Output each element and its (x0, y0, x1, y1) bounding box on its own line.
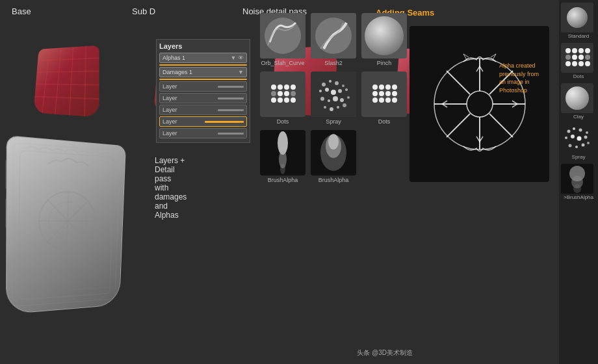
subd-label: Sub D (132, 6, 155, 16)
svg-point-44 (328, 99, 330, 102)
svg-point-47 (347, 96, 350, 99)
svg-line-4 (36, 84, 99, 84)
svg-line-7 (55, 47, 60, 114)
svg-point-72 (573, 127, 575, 130)
alpha-section: Alpha created previously from an image i… (410, 26, 549, 182)
panel-brushalpha[interactable]: >BrushAlpha (561, 164, 596, 200)
svg-point-80 (575, 146, 578, 148)
main-area: Base Sub D Noise detail pass Adding Seam… (0, 0, 559, 364)
large-shield-model (8, 143, 138, 325)
svg-point-34 (322, 83, 326, 86)
brush-orb-slah[interactable]: Orb_Slah_Curve (260, 13, 306, 66)
svg-point-79 (569, 144, 572, 148)
svg-line-8 (69, 47, 73, 115)
svg-point-81 (582, 144, 585, 147)
svg-point-49 (330, 107, 333, 111)
svg-point-38 (319, 90, 322, 92)
svg-point-74 (586, 131, 588, 134)
brush-pinch[interactable]: Pinch (361, 13, 407, 66)
brush-slash2[interactable]: Slash2 (311, 13, 356, 66)
panel-clay-label: Clay (561, 114, 596, 120)
panel-dots[interactable]: Dots (561, 43, 596, 79)
svg-point-51 (343, 103, 346, 107)
layer-1[interactable]: Layer (159, 81, 247, 92)
layer-alphas1[interactable]: Alphas 1 ▼ 👁 (159, 53, 247, 63)
brush-alpha2-label: BrushAlpha (311, 177, 356, 183)
svg-point-59 (328, 134, 339, 150)
svg-line-26 (39, 221, 95, 222)
svg-point-35 (329, 80, 332, 83)
svg-point-50 (337, 106, 339, 109)
svg-point-37 (342, 84, 344, 87)
svg-line-6 (42, 48, 49, 113)
svg-rect-19 (12, 142, 121, 306)
layer-4[interactable]: Layer (159, 116, 247, 127)
svg-point-41 (338, 89, 342, 93)
brush-alpha1[interactable]: BrushAlpha (260, 130, 306, 183)
brush-spray[interactable]: Spray (311, 72, 356, 125)
svg-line-21 (20, 287, 109, 293)
svg-point-36 (335, 81, 339, 85)
panel-spray-label: Spray (561, 154, 596, 160)
layer-damages1[interactable]: Damages 1 ▼ (159, 67, 247, 77)
svg-line-3 (36, 71, 99, 72)
brush-pinch-label: Pinch (361, 60, 407, 66)
watermark: 头条 @3D美术制造 (357, 348, 413, 358)
brush-orb-label: Orb_Slah_Curve (260, 60, 306, 66)
right-panel: Standard Dots Clay (559, 0, 598, 364)
layers-title: Layers (159, 42, 247, 50)
panel-standard[interactable]: Standard (561, 3, 596, 39)
svg-line-69 (447, 114, 470, 137)
svg-point-77 (577, 136, 582, 141)
brush-alpha1-label: BrushAlpha (260, 177, 306, 183)
svg-line-66 (447, 71, 470, 94)
brush-dots-1[interactable]: Dots (260, 72, 306, 125)
panel-standard-label: Standard (561, 33, 596, 39)
brush-spray-label: Spray (311, 118, 356, 125)
brush-slash2-label: Slash2 (311, 60, 356, 66)
svg-point-86 (573, 184, 581, 193)
svg-point-43 (320, 97, 324, 101)
svg-point-55 (280, 164, 285, 174)
svg-point-82 (587, 142, 590, 144)
svg-point-78 (584, 136, 588, 139)
layer-2[interactable]: Layer (159, 93, 247, 103)
svg-line-2 (38, 58, 99, 60)
brush-alpha2[interactable]: BrushAlpha (311, 130, 356, 183)
svg-point-76 (571, 135, 575, 138)
brush-dots1-label: Dots (260, 118, 306, 125)
brush-dots-2[interactable]: Dots (361, 72, 407, 125)
svg-point-39 (325, 88, 329, 92)
base-label: Base (12, 6, 31, 16)
svg-point-71 (567, 130, 571, 133)
layers-panel: Layers Alphas 1 ▼ 👁 Damages 1 ▼ Layer La… (156, 39, 250, 143)
svg-point-75 (565, 136, 567, 139)
svg-point-42 (345, 88, 348, 91)
base-model (12, 27, 119, 128)
layer-3[interactable]: Layer (159, 105, 247, 115)
svg-point-46 (340, 98, 344, 102)
svg-point-73 (579, 129, 582, 132)
panel-dots-label: Dots (561, 73, 596, 79)
panel-brushalpha-label: >BrushAlpha (561, 194, 596, 200)
svg-line-9 (84, 46, 86, 116)
alpha-created-text: Alpha created previously from an image i… (499, 62, 546, 94)
svg-point-40 (331, 90, 336, 95)
svg-point-48 (324, 106, 326, 109)
svg-point-61 (467, 91, 493, 117)
svg-line-67 (489, 114, 513, 137)
svg-point-45 (333, 96, 338, 101)
brush-dots2-label: Dots (361, 118, 407, 125)
svg-rect-20 (19, 150, 114, 300)
panel-spray[interactable]: Spray (561, 124, 596, 160)
layer-5[interactable]: Layer (159, 128, 247, 138)
panel-clay[interactable]: Clay (561, 83, 596, 120)
